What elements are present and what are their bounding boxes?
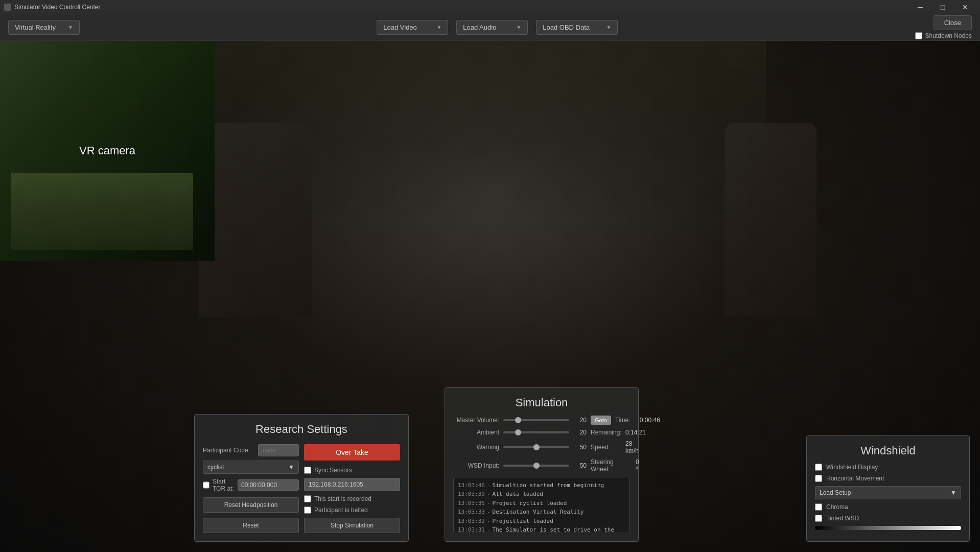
- title-bar-text: Simulator Video Controll Center: [14, 4, 101, 11]
- ip-address-input[interactable]: [304, 478, 400, 491]
- log-entry: 13:03:35-Project cyclist loaded: [458, 499, 625, 507]
- speed-label: Speed:: [591, 444, 621, 451]
- over-take-button[interactable]: Over Take: [304, 444, 400, 461]
- load-setup-dropdown[interactable]: Load Setup ▼: [815, 486, 961, 499]
- wsd-input-value: 50: [571, 462, 587, 469]
- master-volume-value: 20: [571, 417, 587, 424]
- seat-back-left: [199, 123, 312, 317]
- log-entry: 13:03:32-Projectlist loaded: [458, 517, 625, 525]
- log-entry: 13:03:46-Simualtion started from beginni…: [458, 481, 625, 489]
- participant-belted-row: Participant is belted: [304, 507, 400, 514]
- app-icon: [4, 4, 11, 11]
- time-label: Time:: [615, 417, 636, 424]
- reset-headposition-button[interactable]: Reset Headposition: [203, 497, 299, 513]
- color-slider-row: [815, 526, 961, 530]
- load-audio-dropdown[interactable]: Load Audio ▼: [456, 20, 528, 35]
- audio-dropdown-arrow: ▼: [516, 25, 521, 30]
- settings-left-col: Participant Code cyclist ▼ Start TOR at:…: [203, 444, 299, 533]
- virtual-reality-dropdown[interactable]: Virtual Reality ▼: [8, 20, 80, 35]
- vr-camera-label: VR camera: [79, 144, 135, 157]
- tinted-wsd-checkbox[interactable]: [815, 515, 822, 522]
- steering-label: Steering Wheel:: [591, 458, 632, 473]
- ambient-slider[interactable]: [503, 431, 569, 433]
- remaining-label: Remaining:: [591, 429, 621, 436]
- stop-simulation-button[interactable]: Stop Simulation: [304, 518, 400, 533]
- warning-value: 50: [571, 444, 587, 451]
- time-value: 0:00:46: [640, 417, 660, 424]
- research-settings-title: Research Settings: [203, 423, 400, 436]
- master-volume-row: Master Volume: 20 Goto Time: 0:00:46: [453, 416, 630, 425]
- horizontal-movement-label: Horizontal Movement: [826, 475, 884, 482]
- warning-slider[interactable]: [503, 446, 569, 448]
- log-entry: 13:03:33-Destination Virtual Reality: [458, 508, 625, 516]
- close-button[interactable]: Close: [934, 15, 972, 30]
- participant-code-label: Participant Code: [203, 447, 254, 454]
- this-start-recorded-label: This start is recorded: [314, 495, 371, 502]
- this-start-recorded-checkbox[interactable]: [304, 495, 311, 502]
- vr-camera-panel: VR camera: [0, 41, 215, 261]
- participant-code-input[interactable]: [258, 444, 299, 456]
- maximize-button[interactable]: □: [932, 0, 953, 14]
- chroma-row: Chroma: [815, 503, 961, 511]
- title-bar-left: Simulator Video Controll Center: [4, 4, 101, 11]
- window-close-button[interactable]: ✕: [954, 0, 976, 14]
- goto-button[interactable]: Goto: [591, 416, 611, 425]
- start-tor-checkbox[interactable]: [203, 481, 209, 489]
- windshield-display-row: Windshield Display: [815, 464, 961, 471]
- start-tor-label: Start TOR at:: [213, 478, 235, 492]
- steering-value: 0 °: [636, 458, 639, 473]
- wsd-input-label: WSD Input:: [453, 462, 499, 469]
- chroma-checkbox[interactable]: [815, 503, 822, 511]
- warning-row: Warning 50 Speed: 28 km/h: [453, 440, 630, 454]
- obd-dropdown-arrow: ▼: [606, 25, 611, 30]
- title-bar: Simulator Video Controll Center ─ □ ✕: [0, 0, 980, 14]
- scenario-dropdown-arrow: ▼: [288, 464, 294, 471]
- warning-slider-container: 50: [503, 444, 587, 451]
- research-settings-panel: Research Settings Participant Code cycli…: [194, 414, 409, 542]
- minimize-button[interactable]: ─: [909, 0, 931, 14]
- load-setup-arrow: ▼: [950, 489, 956, 496]
- shutdown-nodes-row: Shutdown Nodes: [915, 32, 972, 39]
- shutdown-nodes-checkbox[interactable]: [915, 32, 922, 39]
- toolbar: Virtual Reality ▼ Load Video ▼ Load Audi…: [0, 14, 980, 41]
- windshield-panel: Windshield Windshield Display Horizontal…: [806, 435, 970, 542]
- ambient-slider-container: 20: [503, 429, 587, 436]
- horizontal-movement-row: Horizontal Movement: [815, 475, 961, 482]
- speed-value: 28 km/h: [625, 440, 639, 454]
- load-video-dropdown[interactable]: Load Video ▼: [377, 20, 448, 35]
- simulation-panel: Simulation Master Volume: 20 Goto Time: …: [445, 387, 639, 542]
- reset-button[interactable]: Reset: [203, 518, 299, 533]
- settings-right-col: Over Take Sync Sensors This start is rec…: [304, 444, 400, 533]
- wsd-input-slider[interactable]: [503, 465, 569, 467]
- participant-belted-label: Participant is belted: [314, 507, 368, 514]
- log-entry: 13:03:39-All data loaded: [458, 490, 625, 498]
- vr-road-view: [11, 173, 193, 250]
- warning-label: Warning: [453, 444, 499, 451]
- ambient-row: Ambient 20 Remaining: 0:14:21: [453, 429, 630, 436]
- color-bar: [815, 526, 961, 530]
- ambient-value: 20: [571, 429, 587, 436]
- wsd-slider-container: 50: [503, 462, 587, 469]
- master-volume-slider-container: 20: [503, 417, 587, 424]
- log-entry: 13:03:31-The Simulator is set to drive o…: [458, 526, 625, 533]
- tinted-wsd-label: Tinted WSD: [826, 515, 859, 522]
- tor-time-input[interactable]: [238, 479, 299, 491]
- simulation-title: Simulation: [453, 396, 630, 409]
- this-start-recorded-row: This start is recorded: [304, 495, 400, 502]
- ambient-label: Ambient: [453, 429, 499, 436]
- vr-dropdown-arrow: ▼: [68, 25, 73, 30]
- wsd-input-row: WSD Input: 50 Steering Wheel: 0 °: [453, 458, 630, 473]
- seat-back-right: [725, 123, 816, 317]
- sync-sensors-checkbox[interactable]: [304, 467, 311, 474]
- load-obd-dropdown[interactable]: Load OBD Data ▼: [536, 20, 618, 35]
- master-volume-slider[interactable]: [503, 419, 569, 421]
- sync-sensors-row: Sync Sensors: [304, 467, 400, 474]
- scenario-dropdown[interactable]: cyclist ▼: [203, 461, 299, 474]
- participant-belted-checkbox[interactable]: [304, 507, 311, 514]
- chroma-label: Chroma: [826, 503, 848, 511]
- master-volume-label: Master Volume:: [453, 417, 499, 424]
- title-bar-controls: ─ □ ✕: [909, 0, 976, 14]
- horizontal-movement-checkbox[interactable]: [815, 475, 822, 482]
- windshield-display-checkbox[interactable]: [815, 464, 822, 471]
- start-tor-row: Start TOR at:: [203, 478, 299, 492]
